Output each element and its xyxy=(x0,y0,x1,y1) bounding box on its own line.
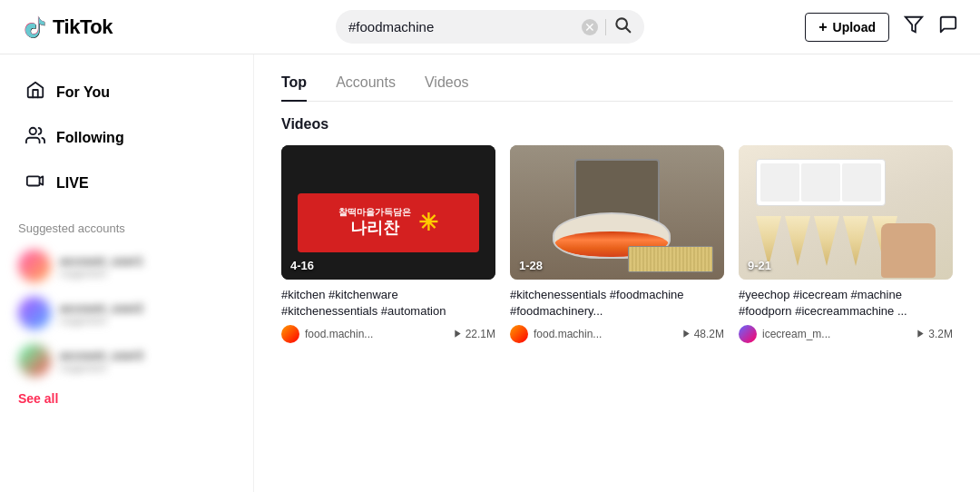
videos-grid: 찰떡마을가득담은 나리찬 ✳ 4-16 #kitchen #kitchenwar… xyxy=(281,145,953,343)
video-card-2[interactable]: 1-28 #kitchenessentials #foodmachine #fo… xyxy=(510,145,724,343)
account-name-3: account_user3 xyxy=(60,349,143,362)
tab-accounts[interactable]: Accounts xyxy=(336,65,396,102)
suggested-accounts-title: Suggested accounts xyxy=(0,207,253,242)
logo-area: TikTok xyxy=(22,15,203,40)
home-icon xyxy=(25,80,45,105)
content-area: Top Accounts Videos Videos 찰떡마을가득담은 나리찬 xyxy=(254,54,980,492)
video-desc-3: #yeechop #icecream #machine #foodporn #i… xyxy=(739,287,953,320)
filter-icon xyxy=(904,15,924,34)
sidebar-item-for-you[interactable]: For You xyxy=(7,71,246,114)
video-card-1[interactable]: 찰떡마을가득담은 나리찬 ✳ 4-16 #kitchen #kitchenwar… xyxy=(281,145,495,343)
meta-views-2: 48.2M xyxy=(681,328,724,340)
messages-icon xyxy=(938,15,958,34)
play-icon-2 xyxy=(681,329,691,339)
avatar-2 xyxy=(18,297,51,330)
filter-button[interactable] xyxy=(904,15,924,39)
account-sub-2: suggested xyxy=(60,315,143,326)
video-meta-2: food.machin... 48.2M xyxy=(510,325,724,343)
tab-videos[interactable]: Videos xyxy=(425,65,469,102)
tiktok-logo-icon xyxy=(22,15,47,40)
account-info-3: account_user3 suggested xyxy=(60,349,143,373)
following-label: Following xyxy=(56,130,124,146)
account-sub-1: suggested xyxy=(60,268,143,279)
video-desc-1: #kitchen #kitchenware #kitchenessentials… xyxy=(281,287,495,320)
svg-marker-2 xyxy=(906,17,922,33)
header: TikTok ✕ + Upload xyxy=(0,0,980,54)
live-icon xyxy=(25,171,45,196)
section-title: Videos xyxy=(281,116,953,133)
search-area: ✕ xyxy=(203,10,777,44)
video-meta-1: food.machin... 22.1M xyxy=(281,325,495,343)
see-all-link[interactable]: See all xyxy=(0,384,253,413)
suggested-account-1[interactable]: account_user1 suggested xyxy=(0,242,253,290)
meta-avatar-1 xyxy=(281,325,299,343)
sidebar-item-following[interactable]: Following xyxy=(7,116,246,160)
video-thumb-1: 찰떡마을가득담은 나리찬 ✳ 4-16 xyxy=(281,145,495,280)
search-tabs: Top Accounts Videos xyxy=(281,54,953,102)
avatar-3 xyxy=(18,344,51,377)
account-name-1: account_user1 xyxy=(60,254,143,268)
logo-text: TikTok xyxy=(53,15,113,39)
messages-button[interactable] xyxy=(938,15,958,39)
svg-marker-5 xyxy=(455,330,460,338)
meta-avatar-3 xyxy=(739,325,757,343)
upload-label: Upload xyxy=(833,20,876,34)
account-name-2: account_user2 xyxy=(60,301,143,315)
search-input[interactable] xyxy=(348,19,574,34)
video-thumb-3: 9-21 xyxy=(739,145,953,280)
meta-username-1: food.machin... xyxy=(305,328,373,340)
svg-marker-7 xyxy=(918,330,924,338)
suggested-account-3[interactable]: account_user3 suggested xyxy=(0,337,253,384)
sidebar-item-live[interactable]: LIVE xyxy=(7,162,246,205)
video-meta-3: icecream_m... 3.2M xyxy=(739,325,953,343)
meta-username-2: food.machin... xyxy=(534,328,602,340)
svg-marker-6 xyxy=(683,330,689,338)
upload-button[interactable]: + Upload xyxy=(805,13,889,42)
video-duration-3: 9-21 xyxy=(748,259,771,272)
video-duration-2: 1-28 xyxy=(519,259,543,272)
video-desc-2: #kitchenessentials #foodmachine #foodmac… xyxy=(510,287,724,320)
live-label: LIVE xyxy=(56,175,89,192)
meta-views-1: 22.1M xyxy=(453,328,495,340)
suggested-account-2[interactable]: account_user2 suggested xyxy=(0,290,253,337)
play-icon-3 xyxy=(916,329,926,339)
search-clear-icon[interactable]: ✕ xyxy=(582,19,598,35)
for-you-label: For You xyxy=(56,84,110,101)
meta-username-3: icecream_m... xyxy=(762,328,830,340)
svg-rect-4 xyxy=(27,176,40,185)
svg-point-3 xyxy=(30,128,36,134)
search-icon xyxy=(613,15,632,34)
video-card-3[interactable]: 9-21 #yeechop #icecream #machine #foodpo… xyxy=(739,145,953,343)
meta-views-3: 3.2M xyxy=(916,328,953,340)
following-icon xyxy=(25,125,45,151)
plus-icon: + xyxy=(818,19,827,35)
search-button[interactable] xyxy=(613,15,632,38)
account-sub-3: suggested xyxy=(60,362,143,373)
tab-top[interactable]: Top xyxy=(281,65,307,102)
header-actions: + Upload xyxy=(777,13,958,42)
meta-avatar-2 xyxy=(510,325,528,343)
search-divider xyxy=(605,19,606,35)
account-info-2: account_user2 suggested xyxy=(60,301,143,326)
account-info-1: account_user1 suggested xyxy=(60,254,143,279)
video-duration-1: 4-16 xyxy=(290,259,314,272)
sidebar: For You Following LIVE Suggested account… xyxy=(0,54,254,492)
play-icon-1 xyxy=(453,329,463,339)
video-thumb-2: 1-28 xyxy=(510,145,724,280)
main-layout: For You Following LIVE Suggested account… xyxy=(0,54,980,492)
svg-line-1 xyxy=(626,28,631,33)
search-bar: ✕ xyxy=(336,10,644,44)
avatar-1 xyxy=(18,250,51,282)
